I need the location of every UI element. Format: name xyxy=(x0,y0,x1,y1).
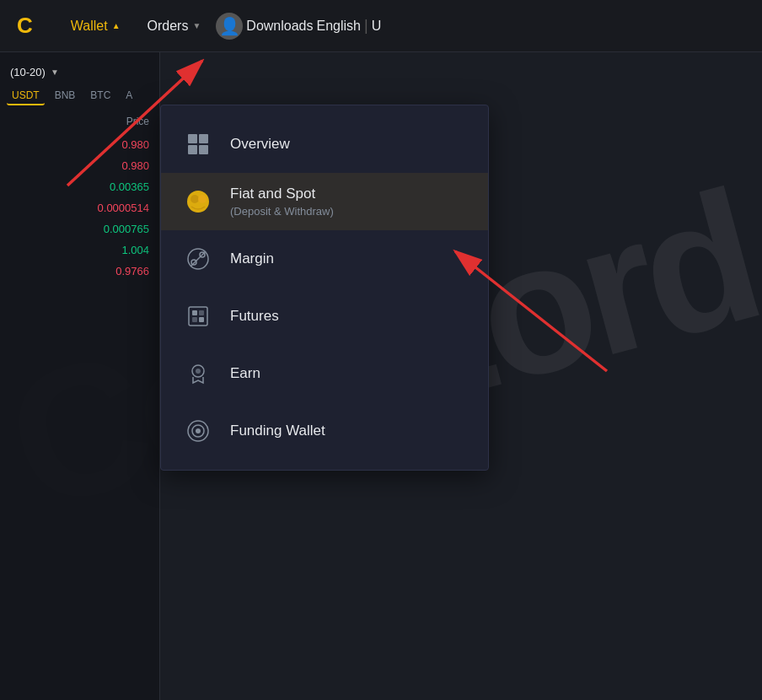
price-row: 0.9766 xyxy=(0,261,159,282)
navbar-links: Wallet ▲ Orders ▼ 👤 Downloads English | … xyxy=(59,12,381,40)
u-label: U xyxy=(372,19,382,33)
price-value: 0.9766 xyxy=(115,265,149,277)
wallet-nav-item[interactable]: Wallet ▲ xyxy=(59,12,132,40)
price-row: 0.980 xyxy=(0,155,159,176)
futures-icon xyxy=(181,299,215,333)
svg-rect-2 xyxy=(188,145,197,154)
nav-divider: | xyxy=(364,17,368,35)
main-content: (10-20) ▼ USDT BNB BTC A Price 0.980 0.9… xyxy=(0,52,762,700)
svg-rect-14 xyxy=(192,317,197,322)
sidebar: (10-20) ▼ USDT BNB BTC A Price 0.980 0.9… xyxy=(0,52,160,700)
sidebar-filter[interactable]: (10-20) ▼ xyxy=(0,61,159,83)
navbar: C Wallet ▲ Orders ▼ 👤 Downloads English … xyxy=(0,0,762,52)
downloads-label: Downloads xyxy=(246,19,313,33)
price-row: 0.0000514 xyxy=(0,197,159,218)
price-value: 0.00365 xyxy=(110,180,149,193)
price-row: 0.980 xyxy=(0,134,159,155)
svg-rect-13 xyxy=(199,310,204,315)
dropdown-menu: Overview Fiat and Spot (Deposit & Withdr… xyxy=(160,105,489,471)
overview-icon xyxy=(181,127,215,161)
coin-tab-a[interactable]: A xyxy=(121,87,137,105)
user-nav-item[interactable]: U xyxy=(372,19,382,34)
overview-text: Overview xyxy=(230,136,290,153)
price-value: 0.0000514 xyxy=(98,202,149,214)
downloads-nav-item[interactable]: Downloads xyxy=(246,19,313,34)
filter-label: (10-20) xyxy=(10,66,46,78)
earn-title: Earn xyxy=(230,365,260,382)
filter-chevron-icon: ▼ xyxy=(51,67,59,77)
fiat-spot-title: Fiat and Spot xyxy=(230,186,334,202)
orders-label: Orders xyxy=(148,19,189,34)
svg-rect-11 xyxy=(189,307,207,326)
dropdown-item-margin[interactable]: Margin xyxy=(161,230,488,288)
price-value: 0.980 xyxy=(121,159,149,172)
dropdown-item-earn[interactable]: Earn xyxy=(161,345,488,402)
svg-point-5 xyxy=(190,195,199,203)
logo-area: C xyxy=(17,13,34,39)
futures-title: Futures xyxy=(230,308,279,325)
orders-chevron-icon: ▼ xyxy=(192,21,201,30)
svg-rect-3 xyxy=(199,145,208,154)
wallet-label: Wallet xyxy=(71,19,108,34)
english-label: English xyxy=(317,19,361,33)
wallet-dropdown: Overview Fiat and Spot (Deposit & Withdr… xyxy=(160,105,489,471)
wallet-chevron-icon: ▲ xyxy=(112,21,121,30)
overview-title: Overview xyxy=(230,136,290,153)
svg-point-6 xyxy=(198,195,207,203)
dropdown-item-funding-wallet[interactable]: Funding Wallet xyxy=(161,402,488,460)
price-header-label: Price xyxy=(126,116,149,127)
margin-title: Margin xyxy=(230,250,274,267)
price-value: 0.000765 xyxy=(104,223,149,235)
orders-nav-item[interactable]: Orders ▼ xyxy=(136,12,213,40)
dropdown-item-futures[interactable]: Futures xyxy=(161,288,488,345)
futures-text: Futures xyxy=(230,308,279,325)
svg-rect-15 xyxy=(199,317,204,322)
earn-text: Earn xyxy=(230,365,260,382)
price-row: 1.004 xyxy=(0,240,159,261)
dropdown-item-overview[interactable]: Overview xyxy=(161,116,488,173)
svg-rect-1 xyxy=(199,134,208,143)
margin-text: Margin xyxy=(230,250,274,267)
margin-icon xyxy=(181,242,215,276)
price-value: 0.980 xyxy=(121,138,149,151)
coin-tab-btc[interactable]: BTC xyxy=(85,87,115,105)
funding-wallet-title: Funding Wallet xyxy=(230,423,325,439)
avatar-icon[interactable]: 👤 xyxy=(216,13,243,40)
english-nav-item[interactable]: English xyxy=(317,19,361,34)
funding-wallet-icon xyxy=(181,414,215,448)
price-value: 1.004 xyxy=(121,244,149,256)
coin-tab-bnb[interactable]: BNB xyxy=(50,87,81,105)
earn-icon xyxy=(181,357,215,390)
price-row: 0.000765 xyxy=(0,218,159,240)
svg-point-17 xyxy=(196,369,201,374)
price-header: Price xyxy=(0,109,159,134)
dropdown-item-fiat-spot[interactable]: Fiat and Spot (Deposit & Withdraw) xyxy=(161,173,488,230)
svg-rect-0 xyxy=(188,134,197,143)
fiat-spot-text: Fiat and Spot (Deposit & Withdraw) xyxy=(230,186,334,218)
coin-tabs: USDT BNB BTC A xyxy=(0,83,159,109)
fiat-spot-subtitle: (Deposit & Withdraw) xyxy=(230,205,334,218)
fiat-spot-icon xyxy=(181,185,215,218)
price-row: 0.00365 xyxy=(0,176,159,197)
price-list: 0.980 0.980 0.00365 0.0000514 0.000765 1… xyxy=(0,134,159,282)
funding-wallet-text: Funding Wallet xyxy=(230,423,325,439)
coin-tab-usdt[interactable]: USDT xyxy=(7,87,45,105)
svg-rect-12 xyxy=(192,310,197,315)
logo: C xyxy=(17,13,34,39)
svg-point-20 xyxy=(196,428,201,433)
